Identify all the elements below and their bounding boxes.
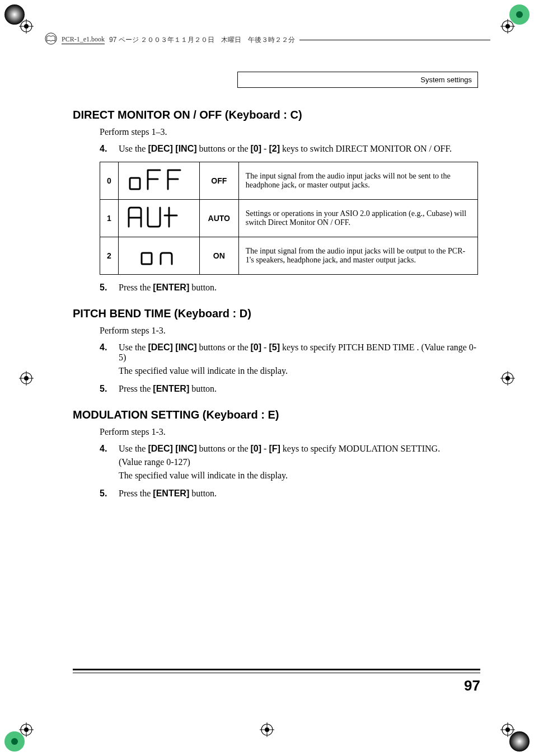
key-label: [2] — [269, 144, 280, 153]
svg-point-2 — [516, 11, 523, 18]
list-item: 5. Press the [ENTER] button. — [100, 384, 478, 394]
header-strip: PCR-1_e1.book 97 ページ ２００３年１１月２０日 木曜日 午後３… — [45, 32, 490, 47]
direct-monitor-intro: Perform steps 1–3. — [100, 127, 478, 137]
page-content: DIRECT MONITOR ON / OFF (Keyboard : C) P… — [73, 94, 478, 506]
step-number: 5. — [100, 283, 113, 293]
section-title-direct-monitor: DIRECT MONITOR ON / OFF (Keyboard : C) — [73, 109, 478, 121]
registration-mark-icon — [500, 19, 515, 34]
step-number: 5. — [100, 384, 113, 394]
list-item: 5. Press the [ENTER] button. — [100, 489, 478, 499]
registration-mark-icon — [260, 722, 274, 737]
step-body: Press the [ENTER] button. — [119, 283, 478, 293]
header-pageinfo: 97 ページ ２００３年１１月２０日 木曜日 午後３時２２分 — [109, 35, 295, 45]
row-index: 0 — [100, 162, 119, 200]
list-item: 4. Use the [DEC] [INC] buttons or the [0… — [100, 444, 478, 481]
direct-monitor-table: 0 OFF The input signal from the audio in… — [100, 162, 478, 275]
table-row: 0 OFF The input signal from the audio in… — [100, 162, 478, 200]
step-subtext: The specified value will indicate in the… — [119, 471, 478, 481]
step-body: Use the [DEC] [INC] buttons or the [0] -… — [119, 342, 478, 376]
footer-rule — [73, 669, 480, 673]
step-subtext: The specified value will indicate in the… — [119, 366, 478, 376]
breadcrumb-label: System settings — [420, 76, 472, 84]
key-label: [DEC] [INC] — [148, 342, 196, 352]
table-row: 2 ON The input signal from the audio inp… — [100, 237, 478, 275]
key-label: [5] — [269, 342, 280, 352]
key-label: [DEC] [INC] — [148, 144, 196, 153]
list-item: 5. Press the [ENTER] button. — [100, 283, 478, 293]
step-body: Press the [ENTER] button. — [119, 489, 478, 499]
key-label: [0] — [251, 144, 262, 153]
key-label: [0] — [251, 444, 262, 453]
row-desc: The input signal from the audio input ja… — [238, 162, 477, 200]
row-label: OFF — [199, 162, 238, 200]
step-body: Press the [ENTER] button. — [119, 384, 478, 394]
registration-mark-icon — [19, 371, 34, 386]
book-icon — [45, 32, 57, 47]
section-title-pitch-bend: PITCH BEND TIME (Keyboard : D) — [73, 307, 478, 320]
section-title-modulation: MODULATION SETTING (Keyboard : E) — [73, 408, 478, 421]
display-icon — [118, 237, 199, 275]
step-body: Use the [DEC] [INC] buttons or the [0] -… — [119, 444, 478, 481]
list-item: 4. Use the [DEC] [INC] buttons or the [0… — [100, 342, 478, 376]
registration-mark-icon — [500, 371, 515, 386]
step-number: 4. — [100, 342, 113, 376]
modulation-intro: Perform steps 1-3. — [100, 427, 478, 437]
row-index: 2 — [100, 237, 119, 275]
key-label: [DEC] [INC] — [148, 444, 196, 453]
svg-rect-35 — [130, 178, 140, 189]
key-label: [ENTER] — [153, 489, 189, 498]
row-label: ON — [199, 237, 238, 275]
key-label: [F] — [269, 444, 280, 453]
step-body: Use the [DEC] [INC] buttons or the [0] -… — [119, 144, 478, 154]
pitch-bend-intro: Perform steps 1-3. — [100, 326, 478, 336]
key-label: [0] — [251, 342, 262, 352]
svg-rect-36 — [142, 253, 152, 264]
step-number: 4. — [100, 444, 113, 481]
key-label: [ENTER] — [153, 283, 189, 292]
display-icon — [118, 200, 199, 237]
header-filename: PCR-1_e1.book — [62, 35, 105, 44]
table-row: 1 AUTO Settings or operations in your AS… — [100, 200, 478, 237]
svg-point-4 — [11, 738, 18, 745]
registration-mark-icon — [500, 722, 515, 737]
registration-mark-icon — [19, 722, 34, 737]
row-index: 1 — [100, 200, 119, 237]
row-label: AUTO — [199, 200, 238, 237]
list-item: 4. Use the [DEC] [INC] buttons or the [0… — [100, 144, 478, 154]
step-number: 4. — [100, 144, 113, 154]
row-desc: Settings or operations in your ASIO 2.0 … — [238, 200, 477, 237]
registration-mark-icon — [19, 19, 34, 34]
row-desc: The input signal from the audio input ja… — [238, 237, 477, 275]
page-number: 97 — [464, 677, 480, 694]
breadcrumb: System settings — [237, 72, 478, 88]
key-label: [ENTER] — [153, 384, 189, 393]
step-number: 5. — [100, 489, 113, 499]
step-subtext: (Value range 0-127) — [119, 457, 478, 467]
display-icon — [118, 162, 199, 200]
